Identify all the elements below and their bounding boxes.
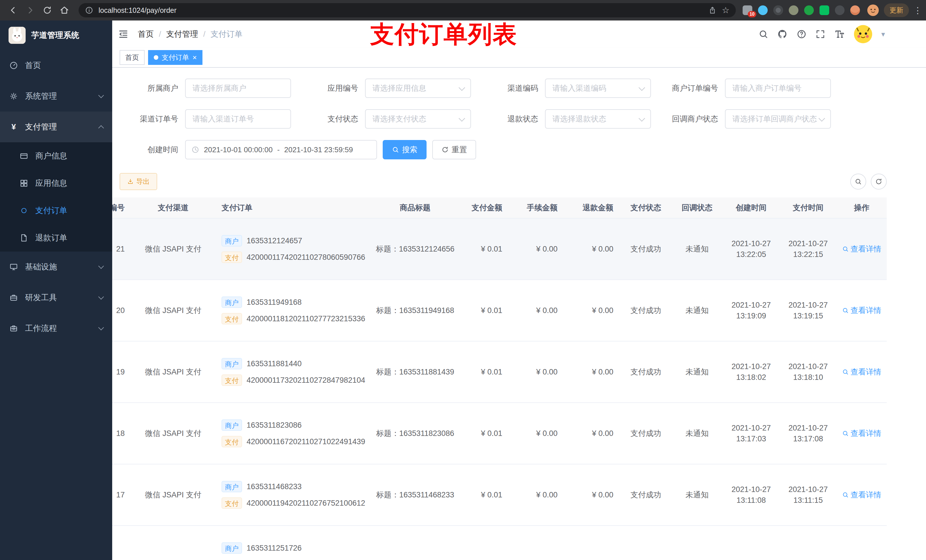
extension-icon-6[interactable]	[820, 5, 829, 15]
address-bar[interactable]: localhost:1024/pay/order ☆	[79, 3, 736, 17]
font-size-button[interactable]	[834, 29, 845, 39]
browser-toolbar: localhost:1024/pay/order ☆ 10 更新 ⋮	[0, 0, 926, 21]
sidebar-item-workflow[interactable]: 工作流程	[0, 313, 112, 344]
sidebar-item-label: 退款订单	[35, 232, 67, 243]
date-separator: -	[277, 145, 280, 154]
sidebar-item-devtools[interactable]: 研发工具	[0, 282, 112, 313]
sidebar-item-merchant-info[interactable]: 商户信息	[0, 142, 112, 170]
sidebar-item-pay-order[interactable]: 支付订单	[0, 197, 112, 224]
pay-order-cell: 商户1635312124657 支付4200001174202110278060…	[216, 231, 369, 267]
browser-forward-button[interactable]	[23, 3, 38, 18]
active-dot-icon	[154, 55, 158, 60]
col-header-fee: 手续金额	[509, 198, 564, 218]
sidebar-item-label: 支付订单	[35, 205, 67, 216]
notify-status: 未通知	[672, 244, 723, 254]
browser-update-button[interactable]: 更新	[884, 3, 909, 17]
sidebar-toggle-button[interactable]	[118, 29, 129, 39]
extension-icon-1[interactable]: 10	[743, 5, 752, 15]
github-button[interactable]	[777, 29, 788, 39]
export-button[interactable]: 导出	[120, 173, 157, 190]
breadcrumb: 首页 / 支付管理 / 支付订单	[138, 29, 243, 39]
pay-badge: 支付	[221, 252, 242, 263]
sidebar-item-system[interactable]: 系统管理	[0, 81, 112, 112]
sidebar-item-refund-order[interactable]: 退款订单	[0, 224, 112, 252]
view-detail-link[interactable]: 查看详情	[842, 305, 881, 315]
breadcrumb-separator: /	[159, 30, 161, 39]
reset-button[interactable]: 重置	[432, 140, 476, 159]
product-title: 标题：1635311823086	[369, 428, 461, 438]
pay-status: 支付成功	[620, 428, 672, 438]
create-time-range-picker[interactable]: 2021-10-01 00:00:00 - 2021-10-31 23:59:5…	[185, 140, 377, 159]
sidebar-item-label: 支付管理	[25, 122, 57, 132]
view-detail-link[interactable]: 查看详情	[842, 367, 881, 377]
arrow-right-icon	[25, 5, 35, 15]
chevron-down-icon	[98, 263, 104, 269]
browser-home-button[interactable]	[57, 3, 72, 18]
sidebar-item-home[interactable]: 首页	[0, 50, 112, 81]
tab-home[interactable]: 首页	[120, 50, 145, 65]
order-id: 18	[112, 429, 130, 438]
col-header-actions: 操作	[837, 198, 887, 218]
toggle-search-button[interactable]	[850, 174, 866, 190]
pay-amount: ¥ 0.01	[461, 368, 509, 376]
document-icon	[20, 233, 29, 242]
view-detail-link[interactable]: 查看详情	[842, 428, 881, 438]
fee-amount: ¥ 0.00	[509, 491, 564, 500]
share-icon[interactable]	[708, 6, 717, 15]
merchant-select[interactable]	[185, 78, 291, 98]
extension-icon-7[interactable]	[835, 5, 844, 15]
refund-status-select[interactable]	[545, 109, 651, 128]
view-detail-link[interactable]: 查看详情	[842, 244, 881, 254]
sidebar-item-infra[interactable]: 基础设施	[0, 252, 112, 282]
browser-back-button[interactable]	[6, 3, 21, 18]
notify-status-select[interactable]	[725, 109, 831, 128]
merchant-order-no-input[interactable]	[725, 78, 831, 98]
breadcrumb-item-home[interactable]: 首页	[138, 29, 154, 39]
notify-status: 未通知	[672, 367, 723, 377]
browser-profile-avatar[interactable]	[867, 4, 879, 17]
search-button[interactable]: 搜索	[383, 140, 427, 159]
view-detail-link[interactable]: 查看详情	[842, 490, 881, 500]
channel-order-no-input[interactable]	[185, 109, 291, 128]
avatar-caret-icon[interactable]: ▾	[881, 30, 885, 39]
table-toolbar: 导出	[120, 173, 887, 190]
merchant-badge: 商户	[221, 358, 242, 369]
product-title: 标题：1635312124656	[369, 244, 461, 254]
fullscreen-icon	[815, 29, 826, 39]
search-icon	[842, 246, 849, 252]
sidebar-item-pay[interactable]: ¥ 支付管理	[0, 112, 112, 142]
browser-menu-button[interactable]: ⋮	[914, 5, 920, 15]
refund-amount: ¥ 0.00	[564, 245, 620, 254]
order-id: 21	[112, 245, 130, 254]
pay-badge: 支付	[221, 436, 242, 447]
channel-code-select[interactable]	[545, 78, 651, 98]
header-search-button[interactable]	[758, 29, 769, 39]
fee-amount: ¥ 0.00	[509, 245, 564, 254]
browser-reload-button[interactable]	[40, 3, 54, 18]
breadcrumb-item-pay[interactable]: 支付管理	[166, 29, 198, 39]
help-button[interactable]	[796, 29, 807, 39]
extension-icon-3[interactable]	[773, 5, 783, 15]
fullscreen-button[interactable]	[815, 29, 826, 39]
site-info-icon[interactable]	[85, 6, 94, 15]
pay-amount: ¥ 0.01	[461, 429, 509, 438]
extension-icon-8[interactable]	[850, 5, 860, 15]
pay-submenu: 商户信息 应用信息 支付订单 退款订单	[0, 142, 112, 252]
app-no-select[interactable]	[365, 78, 471, 98]
pay-status: 支付成功	[620, 490, 672, 500]
extension-icon-4[interactable]	[789, 5, 799, 15]
extension-icon-2[interactable]	[758, 5, 768, 15]
url-text: localhost:1024/pay/order	[98, 6, 703, 15]
extension-icon-5[interactable]	[804, 5, 814, 15]
user-avatar[interactable]	[853, 24, 873, 44]
chevron-up-icon	[98, 125, 104, 131]
filter-label: 退款状态	[475, 114, 545, 124]
pay-status-select[interactable]	[365, 109, 471, 128]
reload-icon	[42, 5, 52, 15]
refresh-table-button[interactable]	[871, 174, 887, 190]
sidebar-item-app-info[interactable]: 应用信息	[0, 170, 112, 197]
chevron-down-icon	[98, 325, 104, 331]
bookmark-star-icon[interactable]: ☆	[722, 6, 729, 15]
close-icon[interactable]: ×	[192, 54, 197, 61]
tab-pay-order[interactable]: 支付订单 ×	[148, 50, 203, 65]
